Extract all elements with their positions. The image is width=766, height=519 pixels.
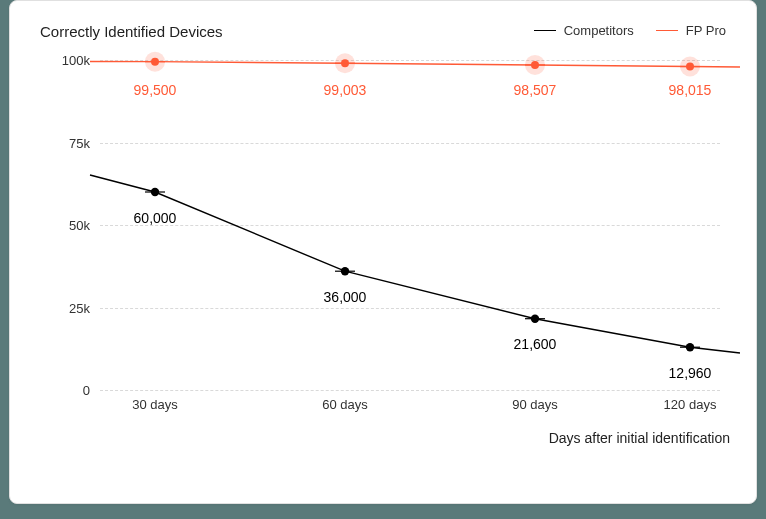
- chart-area: 0 25k 50k 75k 100k: [40, 58, 730, 458]
- legend-swatch-fp-pro: [656, 30, 678, 32]
- data-label-fp-3: 98,015: [669, 82, 712, 98]
- legend-swatch-competitors: [534, 30, 556, 32]
- y-tick-1: 25k: [40, 300, 90, 315]
- y-tick-4: 100k: [40, 53, 90, 68]
- data-label-comp-1: 36,000: [324, 289, 367, 305]
- y-tick-3: 75k: [40, 135, 90, 150]
- chart-title: Correctly Identified Devices: [40, 23, 223, 40]
- x-tick-1: 60 days: [322, 397, 368, 412]
- legend-label-competitors: Competitors: [564, 23, 634, 38]
- data-label-comp-0: 60,000: [134, 210, 177, 226]
- data-label-comp-3: 12,960: [669, 365, 712, 381]
- y-tick-2: 50k: [40, 218, 90, 233]
- data-label-comp-2: 21,600: [514, 336, 557, 352]
- data-label-fp-0: 99,500: [134, 82, 177, 98]
- x-tick-2: 90 days: [512, 397, 558, 412]
- plot-area: 99,500 99,003 98,507 98,015 60,000 36,00…: [100, 60, 720, 390]
- chart-header: Correctly Identified Devices Competitors…: [40, 23, 726, 40]
- chart-svg: [100, 60, 720, 390]
- y-tick-0: 0: [40, 383, 90, 398]
- x-axis-label: Days after initial identification: [549, 430, 730, 446]
- chart-card: Correctly Identified Devices Competitors…: [9, 0, 757, 504]
- data-label-fp-1: 99,003: [324, 82, 367, 98]
- gridline: [100, 390, 720, 391]
- x-tick-3: 120 days: [664, 397, 717, 412]
- legend-item-fp-pro: FP Pro: [656, 23, 726, 38]
- chart-legend: Competitors FP Pro: [534, 23, 726, 38]
- data-label-fp-2: 98,507: [514, 82, 557, 98]
- x-tick-0: 30 days: [132, 397, 178, 412]
- legend-item-competitors: Competitors: [534, 23, 634, 38]
- legend-label-fp-pro: FP Pro: [686, 23, 726, 38]
